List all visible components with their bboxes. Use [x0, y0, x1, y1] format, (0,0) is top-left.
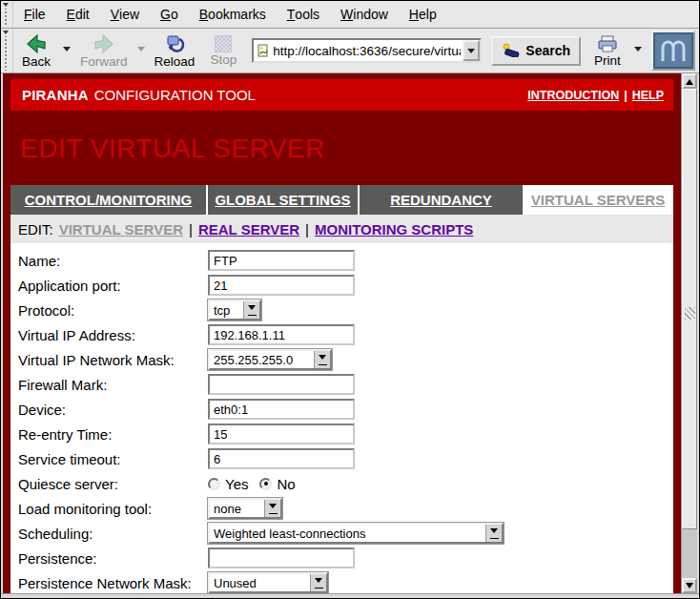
- select-value-virtual-ip-network-mask: 255.255.255.0: [210, 351, 314, 368]
- select-virtual-ip-network-mask[interactable]: 255.255.255.0: [208, 349, 332, 370]
- mozilla-m-icon: [659, 38, 688, 63]
- menu-go[interactable]: Go: [150, 1, 189, 28]
- radio-unselected-icon[interactable]: [208, 478, 220, 490]
- tab-control-monitoring[interactable]: CONTROL/MONITORING: [10, 185, 206, 215]
- help-link[interactable]: HELP: [632, 89, 664, 102]
- select-value-protocol: tcp: [210, 301, 243, 319]
- subnav-separator: |: [189, 221, 193, 238]
- forward-icon: [93, 33, 115, 54]
- form-row-persistence: Persistence:: [10, 546, 673, 570]
- back-button[interactable]: Back: [13, 31, 59, 71]
- form-row-persistence-network-mask: Persistence Network Mask:Unused: [10, 570, 673, 593]
- tab-redundancy[interactable]: REDUNDANCY: [360, 185, 523, 215]
- menu-window[interactable]: Window: [330, 1, 399, 28]
- input-firewall-mark[interactable]: [208, 374, 355, 395]
- scrollbar-thumb[interactable]: [682, 89, 697, 529]
- dropdown-arrow-icon[interactable]: [264, 500, 280, 517]
- forward-dropdown-arrow-icon: [137, 47, 145, 55]
- subnav-real-server-link[interactable]: REAL SERVER: [198, 221, 299, 238]
- subnav-monitoring-scripts-link[interactable]: MONITORING SCRIPTS: [315, 221, 473, 238]
- input-service-timeout[interactable]: [208, 448, 355, 469]
- label-firewall-mark: Firewall Mark:: [18, 377, 208, 393]
- label-load-monitoring-tool: Load monitoring tool:: [18, 501, 208, 517]
- menu-bar: File Edit View Go Bookmarks Tools Window…: [1, 1, 699, 29]
- back-dropdown-arrow-icon[interactable]: [63, 47, 71, 55]
- input-application-port[interactable]: [208, 275, 355, 296]
- menubar-grip-handle[interactable]: [1, 1, 13, 28]
- back-icon: [25, 33, 48, 54]
- navigation-toolbar: Back Forward Reload Stop: [1, 29, 699, 73]
- select-scheduling[interactable]: Weighted least-connections: [208, 523, 504, 544]
- piranha-header-bar: PIRANHA CONFIGURATION TOOL INTRODUCTION …: [10, 79, 673, 111]
- select-protocol[interactable]: tcp: [208, 300, 261, 320]
- select-load-monitoring-tool[interactable]: none: [208, 498, 282, 519]
- form-row-load-monitoring-tool: Load monitoring tool:none: [10, 496, 673, 521]
- print-icon: [595, 34, 620, 53]
- radio-group-quiesce-server: YesNo: [208, 476, 296, 492]
- menu-help[interactable]: Help: [399, 1, 447, 28]
- introduction-link[interactable]: INTRODUCTION: [527, 89, 619, 102]
- dropdown-arrow-icon[interactable]: [310, 574, 326, 591]
- dropdown-arrow-icon[interactable]: [243, 301, 259, 319]
- forward-button: Forward: [74, 31, 134, 71]
- select-value-load-monitoring-tool: none: [210, 500, 264, 517]
- stop-icon: [215, 35, 232, 52]
- label-service-timeout: Service timeout:: [18, 451, 208, 467]
- chevron-down-icon: [467, 49, 475, 57]
- scroll-down-button[interactable]: [682, 578, 697, 593]
- toolbar-grip-handle[interactable]: [1, 29, 13, 72]
- arrow-down-icon: [686, 583, 693, 592]
- main-panel: CONTROL/MONITORING GLOBAL SETTINGS REDUN…: [10, 185, 673, 593]
- input-virtual-ip-address[interactable]: [208, 324, 355, 345]
- label-re-entry-time: Re-entry Time:: [18, 426, 208, 443]
- form-row-re-entry-time: Re-entry Time:: [10, 422, 673, 446]
- form-row-service-timeout: Service timeout:: [10, 446, 673, 471]
- edit-prefix: EDIT:: [18, 221, 53, 238]
- mozilla-logo[interactable]: [651, 31, 695, 71]
- input-name[interactable]: [208, 250, 355, 271]
- input-persistence[interactable]: [208, 547, 355, 568]
- url-history-dropdown[interactable]: [463, 40, 480, 61]
- dropdown-arrow-icon[interactable]: [485, 525, 502, 542]
- scroll-up-button[interactable]: [682, 73, 697, 89]
- form-row-quiesce-server: Quiesce server:YesNo: [10, 471, 673, 496]
- form-row-application-port: Application port:: [10, 273, 673, 298]
- vs-form: Name:Application port:Protocol:tcpVirtua…: [10, 243, 673, 593]
- page-bookmark-icon[interactable]: [254, 40, 273, 61]
- url-input[interactable]: [273, 40, 463, 61]
- input-re-entry-time[interactable]: [208, 423, 355, 444]
- vertical-scrollbar[interactable]: [681, 73, 697, 593]
- tab-bar: CONTROL/MONITORING GLOBAL SETTINGS REDUN…: [10, 185, 673, 215]
- menu-edit[interactable]: Edit: [56, 1, 100, 28]
- label-virtual-ip-network-mask: Virtual IP Network Mask:: [18, 352, 208, 368]
- dropdown-arrow-icon[interactable]: [314, 351, 330, 368]
- radio-selected-icon[interactable]: [259, 478, 272, 490]
- menu-view[interactable]: View: [100, 1, 150, 28]
- search-button[interactable]: Search: [491, 36, 581, 66]
- radio-option-no[interactable]: No: [259, 476, 295, 492]
- form-row-device: Device:: [10, 397, 673, 422]
- brand-piranha: PIRANHA: [22, 87, 89, 103]
- menu-tools[interactable]: Tools: [277, 1, 330, 28]
- menu-file[interactable]: File: [13, 1, 56, 28]
- browser-window: File Edit View Go Bookmarks Tools Window…: [0, 0, 700, 599]
- label-scheduling: Scheduling:: [18, 526, 208, 542]
- print-button[interactable]: Print: [585, 31, 630, 71]
- reload-button[interactable]: Reload: [149, 31, 201, 71]
- label-virtual-ip-address: Virtual IP Address:: [18, 327, 208, 343]
- label-device: Device:: [18, 402, 208, 418]
- tab-global-settings[interactable]: GLOBAL SETTINGS: [208, 185, 358, 215]
- label-name: Name:: [18, 253, 208, 269]
- print-dropdown-arrow-icon[interactable]: [634, 47, 642, 55]
- header-link-separator: |: [624, 89, 628, 102]
- select-persistence-network-mask[interactable]: Unused: [208, 572, 328, 593]
- form-row-protocol: Protocol:tcp: [10, 298, 673, 322]
- select-value-persistence-network-mask: Unused: [210, 574, 310, 591]
- form-row-firewall-mark: Firewall Mark:: [10, 372, 673, 397]
- form-row-virtual-ip-address: Virtual IP Address:: [10, 322, 673, 347]
- input-device[interactable]: [208, 399, 355, 420]
- radio-option-yes[interactable]: Yes: [208, 476, 248, 492]
- subnav-virtual-server-current: VIRTUAL SERVER: [59, 221, 183, 238]
- menu-bookmarks[interactable]: Bookmarks: [189, 1, 277, 28]
- piranha-page: PIRANHA CONFIGURATION TOOL INTRODUCTION …: [3, 73, 681, 593]
